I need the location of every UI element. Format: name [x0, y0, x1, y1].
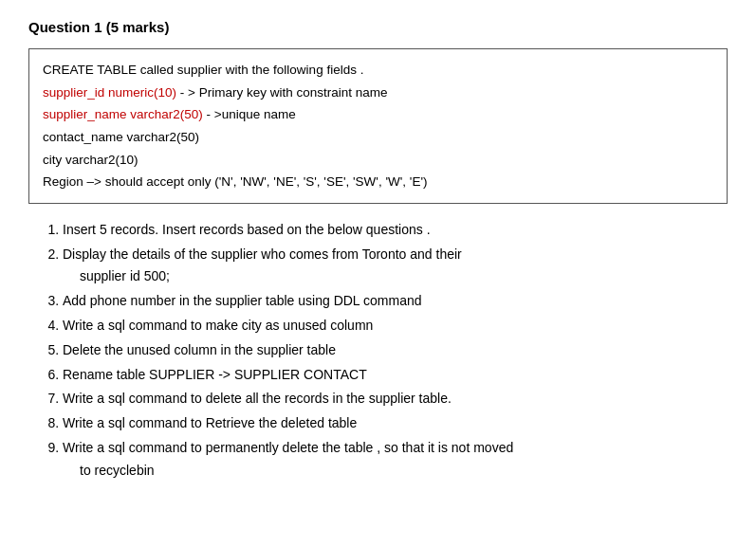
code-line-4: contact_name varchar2(50)	[43, 126, 713, 149]
code-line-2-rest: - > Primary key with constraint name	[176, 85, 387, 100]
list-item-2: Display the details of the supplier who …	[63, 244, 728, 289]
code-line-2-label: supplier_id numeric(10)	[43, 85, 176, 100]
list-item-3: Add phone number in the supplier table u…	[63, 290, 728, 313]
code-line-6-label: Region –> should accept only	[43, 174, 212, 189]
code-line-6-rest: ('N', 'NW', 'NE', 'S', 'SE', 'SW', 'W', …	[212, 174, 428, 189]
list-item-1: Insert 5 records. Insert records based o…	[63, 219, 728, 242]
code-line-3: supplier_name varchar2(50) - >unique nam…	[43, 103, 713, 126]
code-line-3-rest: - >unique name	[203, 107, 296, 121]
code-line-2: supplier_id numeric(10) - > Primary key …	[43, 82, 713, 104]
code-line-1: CREATE TABLE called supplier with the fo…	[43, 59, 713, 82]
list-item-6: Rename table SUPPLIER -> SUPPLIER CONTAC…	[63, 364, 728, 387]
code-box: CREATE TABLE called supplier with the fo…	[28, 48, 728, 204]
list-item-5: Delete the unused column in the supplier…	[63, 339, 728, 362]
code-line-6: Region –> should accept only ('N', 'NW',…	[43, 171, 713, 193]
code-line-5: city varchar2(10)	[43, 149, 713, 172]
list-item-8: Write a sql command to Retrieve the dele…	[63, 412, 728, 435]
question-title: Question 1 (5 marks)	[28, 19, 728, 35]
task-list: Insert 5 records. Insert records based o…	[28, 219, 728, 483]
list-item-7: Write a sql command to delete all the re…	[63, 388, 728, 410]
code-line-3-label: supplier_name varchar2(50)	[43, 107, 203, 121]
list-item-4: Write a sql command to make city as unus…	[63, 315, 728, 337]
list-item-9: Write a sql command to permanently delet…	[63, 437, 728, 483]
